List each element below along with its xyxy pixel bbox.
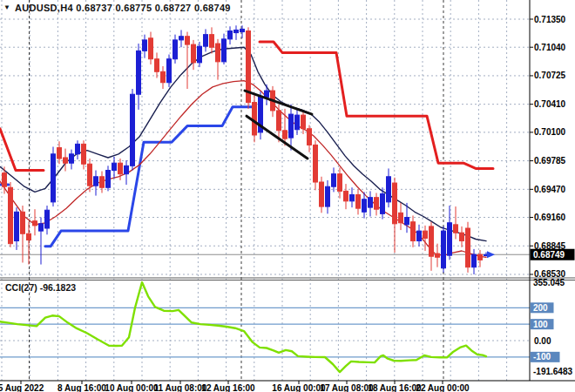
title-text: AUDUSD,H4 0.68737 0.68775 0.68727 0.6874… [15, 3, 231, 13]
candle-body [314, 145, 318, 182]
candle-body [131, 94, 135, 166]
candle-body [3, 173, 7, 187]
time-tick-label: 5 Aug 2022 [0, 383, 44, 392]
candle-body [423, 231, 428, 238]
candle-body [222, 39, 227, 62]
candle-body [100, 177, 105, 187]
time-tick-label: 17 Aug 08:00 [320, 383, 374, 392]
candle-body [143, 40, 147, 51]
candle-body [478, 254, 483, 260]
resistance-step-line [0, 129, 44, 171]
candle-body [405, 218, 409, 225]
candle-body [216, 44, 220, 62]
price-chart-svg[interactable]: 0.713500.710400.707250.704100.701000.697… [0, 0, 575, 392]
chart-window[interactable]: ▼ AUDUSD,H4 0.68737 0.68775 0.68727 0.68… [0, 0, 575, 392]
time-tick-label: 11 Aug 08:00 [154, 383, 207, 392]
candle-body [161, 71, 166, 82]
time-tick-label: 12 Aug 16:00 [201, 383, 255, 392]
candle-body [228, 31, 233, 39]
time-tick-label: 10 Aug 00:00 [105, 383, 159, 392]
cci-zero-label: 0.00 [534, 336, 551, 346]
candle-body [155, 59, 159, 72]
candle-body [27, 233, 31, 240]
candle-body [82, 144, 86, 164]
bid-price-badge-label: 0.68749 [533, 250, 565, 260]
candle-body [448, 223, 452, 255]
candle-body [33, 221, 37, 226]
cci-level-badge-label: -100 [533, 352, 551, 362]
candle-body [112, 163, 117, 170]
candle-body [430, 226, 434, 256]
candle-body [265, 91, 269, 97]
candle-body [442, 231, 446, 268]
candle-body [369, 198, 373, 207]
candle-body [466, 228, 470, 267]
time-tick-label: 18 Aug 16:00 [368, 383, 422, 392]
price-tick-label: 0.70100 [534, 127, 566, 137]
price-tick-label: 0.70410 [534, 99, 566, 109]
candle-body [88, 164, 92, 186]
candle-body [39, 224, 44, 231]
candle-body [45, 210, 50, 228]
candle-body [21, 212, 25, 233]
candle-body [472, 254, 477, 267]
cci-polyline [0, 282, 486, 372]
candle-body [137, 51, 141, 94]
candle-body [76, 144, 80, 153]
price-arrow-icon [487, 251, 495, 258]
grid [0, 0, 530, 381]
candle-body [204, 35, 208, 47]
candle-body [70, 154, 74, 163]
price-tick-label: 0.70725 [534, 71, 566, 80]
candle-body [295, 115, 300, 130]
candle-body [15, 212, 19, 240]
candle-body [326, 186, 330, 206]
price-tick-label: 0.71040 [534, 43, 566, 52]
time-tick-label: 22 Aug 00:00 [416, 383, 470, 392]
price-tick-label: 0.69160 [534, 213, 566, 222]
chart-title: AUDUSD,H4 0.68737 0.68775 0.68727 0.6874… [15, 3, 231, 13]
candle-body [344, 191, 348, 200]
candle-body [411, 222, 416, 241]
candle-body [149, 38, 153, 59]
candle-body [253, 103, 257, 135]
cci-indicator-label: CCI(27) -96.1823 [5, 282, 76, 293]
candle-body [179, 37, 184, 40]
candle-body [460, 233, 464, 240]
candle-body [387, 177, 391, 202]
candle-body [393, 183, 397, 224]
candle-body [192, 44, 196, 63]
candle-body [436, 253, 440, 257]
current-price-arrow [487, 251, 495, 258]
candle-body [94, 177, 98, 186]
candle-body [301, 115, 306, 129]
cci-level-badge-label: 200 [533, 303, 548, 313]
candle-body [234, 30, 239, 32]
cci-max-label: 355.045 [533, 278, 565, 287]
candle-body [399, 213, 403, 222]
candle-body [277, 111, 281, 131]
symbol-dropdown-icon[interactable]: ▼ [3, 4, 10, 11]
candle-body [106, 171, 111, 188]
candle-body [210, 35, 214, 48]
candle-body [381, 194, 385, 214]
support-step-line [45, 107, 254, 247]
candle-body [356, 195, 361, 209]
time-tick-label: 8 Aug 16:00 [58, 383, 106, 392]
candle-body [332, 174, 336, 187]
candle-body [240, 29, 245, 31]
cci-min-label: -191.6483 [533, 367, 572, 376]
cci-name: CCI(27) [5, 282, 37, 293]
candle-body [417, 231, 422, 240]
ma-navy [0, 47, 486, 240]
candle-body [51, 154, 56, 202]
candle-body [64, 158, 68, 163]
cci-line [0, 282, 486, 372]
candlesticks [3, 25, 489, 274]
cci-level-badge-label: 100 [533, 320, 548, 329]
candle-body [338, 174, 342, 192]
candle-body [125, 166, 129, 173]
candle-body [173, 40, 178, 59]
candle-body [308, 129, 312, 145]
candle-body [283, 131, 288, 139]
